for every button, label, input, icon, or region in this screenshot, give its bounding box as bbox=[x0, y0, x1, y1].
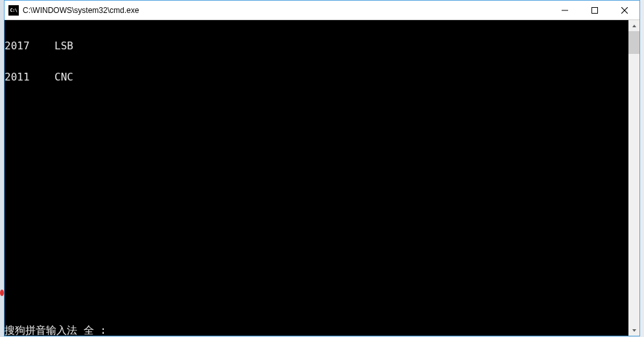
cmd-icon: C:\ bbox=[8, 5, 19, 16]
window-controls bbox=[550, 1, 639, 19]
maximize-button[interactable] bbox=[580, 1, 610, 19]
close-button[interactable] bbox=[610, 1, 639, 19]
vertical-scrollbar[interactable] bbox=[628, 20, 639, 336]
minimize-icon bbox=[562, 7, 568, 14]
maximize-icon bbox=[591, 7, 598, 14]
console-area[interactable]: 2017 LSB 2011 CNC 搜狗拼音输入法 全 : bbox=[5, 20, 628, 336]
cmd-icon-text: C:\ bbox=[10, 8, 17, 13]
scrollbar-down-button[interactable] bbox=[628, 325, 639, 336]
chevron-down-icon bbox=[632, 328, 637, 333]
client-wrap: 2017 LSB 2011 CNC 搜狗拼音输入法 全 : bbox=[5, 20, 639, 336]
scrollbar-thumb[interactable] bbox=[628, 31, 639, 54]
svg-rect-1 bbox=[592, 7, 598, 13]
scrollbar-up-button[interactable] bbox=[628, 20, 639, 31]
titlebar[interactable]: C:\ C:\WINDOWS\system32\cmd.exe bbox=[5, 1, 639, 20]
chevron-up-icon bbox=[632, 23, 637, 29]
ime-status: 搜狗拼音输入法 全 : bbox=[5, 325, 106, 336]
console-line: 2011 CNC bbox=[5, 72, 73, 82]
cmd-window: C:\ C:\WINDOWS\system32\cmd.exe 2017 LSB… bbox=[4, 0, 640, 336]
minimize-button[interactable] bbox=[550, 1, 580, 19]
window-title: C:\WINDOWS\system32\cmd.exe bbox=[23, 6, 550, 15]
console-line: 2017 LSB bbox=[5, 41, 73, 51]
background-area bbox=[640, 0, 644, 337]
close-icon bbox=[621, 7, 628, 14]
scrollbar-track[interactable] bbox=[628, 31, 639, 325]
console-output: 2017 LSB 2011 CNC bbox=[5, 20, 73, 103]
svg-rect-0 bbox=[562, 10, 568, 10]
